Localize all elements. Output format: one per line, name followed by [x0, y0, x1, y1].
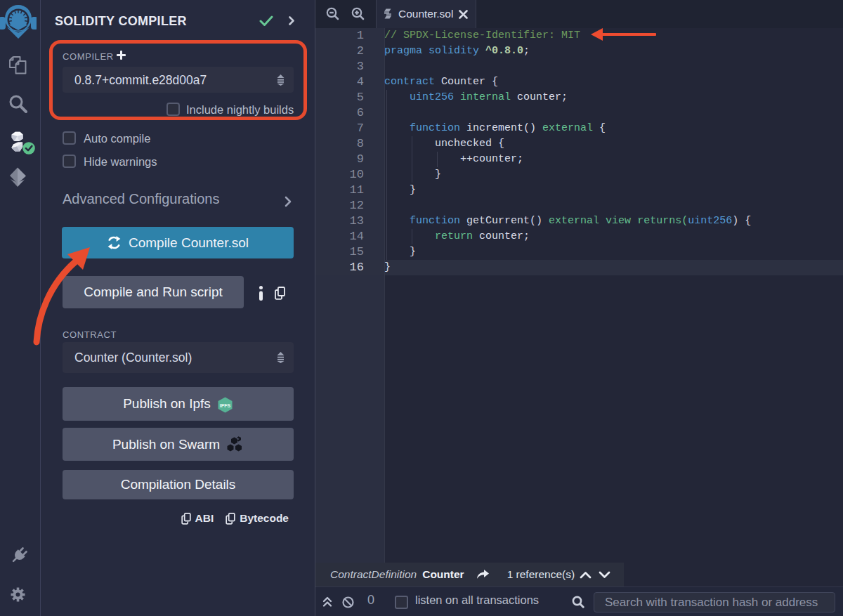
svg-text:IPFS: IPFS	[220, 403, 231, 408]
